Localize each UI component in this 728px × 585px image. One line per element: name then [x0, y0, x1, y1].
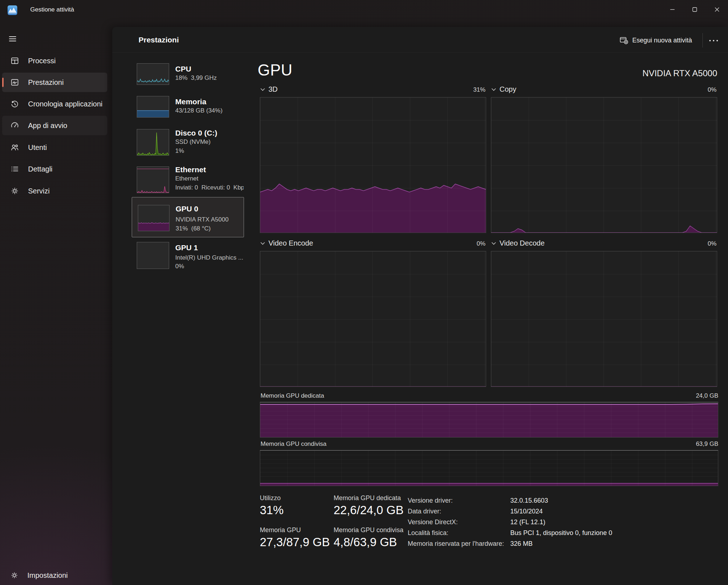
- ellipsis-icon: [709, 40, 711, 41]
- sidebar-item-prestazioni[interactable]: Prestazioni: [2, 73, 107, 92]
- engine-percentage: 0%: [476, 240, 485, 247]
- perf-item-sub: NVIDIA RTX A5000: [176, 216, 229, 223]
- stats-column-memory: Memoria GPU dedicata 22,6/24,0 GB Memori…: [334, 494, 403, 558]
- sidebar-item-processi[interactable]: Processi: [2, 51, 107, 70]
- memory-thumbnail-chart: [137, 96, 169, 118]
- detail-row: Località fisica: Bus PCI 1, dispositivo …: [408, 527, 612, 538]
- stat-value: 27,3/87,9 GB: [260, 535, 330, 549]
- engine-name: Video Encode: [268, 239, 313, 247]
- chevron-down-icon[interactable]: [259, 240, 266, 247]
- detail-row: Versione driver: 32.0.15.6603: [408, 495, 612, 506]
- stat-label: Memoria GPU: [260, 526, 330, 534]
- sidebar-item-utenti[interactable]: Utenti: [2, 138, 107, 157]
- stats-column-driver-details: Versione driver: 32.0.15.6603 Data drive…: [408, 495, 612, 549]
- detail-label: Data driver:: [408, 506, 510, 517]
- perf-item-sub: 1%: [175, 147, 184, 155]
- engine-chart-3d: [260, 97, 486, 233]
- shared-memory-scale: 63,9 GB: [696, 440, 718, 448]
- detail-row: Versione DirectX: 12 (FL 12.1): [408, 517, 612, 527]
- chevron-down-icon[interactable]: [490, 240, 497, 247]
- dedicated-memory-scale: 24,0 GB: [696, 392, 718, 399]
- stat-value: 31%: [260, 503, 330, 517]
- perf-list-item-memoria[interactable]: Memoria 43/128 GB (34%): [134, 94, 246, 125]
- dedicated-memory-chart: [260, 402, 718, 438]
- close-button[interactable]: [706, 0, 728, 19]
- detail-value: 326 MB: [510, 538, 533, 549]
- app-history-icon: [10, 99, 19, 109]
- engine-name: 3D: [268, 85, 278, 93]
- perf-list-item-cpu[interactable]: CPU 18% 3,99 GHz: [134, 61, 246, 93]
- perf-list-item-ethernet[interactable]: Ethernet Ethernet Inviati: 0 Ricevuti: 0…: [134, 164, 246, 199]
- sidebar-item-label: Prestazioni: [28, 78, 64, 87]
- perf-list-item-gpu0-selected[interactable]: GPU 0 NVIDIA RTX A5000 31% (68 °C): [132, 197, 244, 237]
- sidebar-item-servizi[interactable]: Servizi: [2, 181, 107, 201]
- ethernet-thumbnail-chart: [137, 166, 169, 193]
- users-icon: [10, 143, 19, 152]
- perf-item-title: CPU: [175, 65, 191, 73]
- sidebar-item-label: Dettagli: [28, 165, 53, 173]
- shared-memory-label: Memoria GPU condivisa: [261, 440, 326, 448]
- gpu-page-title: GPU: [258, 61, 293, 79]
- processes-icon: [10, 56, 19, 65]
- perf-list-item-disco-0[interactable]: Disco 0 (C:) SSD (NVMe) 1%: [134, 127, 246, 161]
- sidebar-item-label: Utenti: [28, 143, 47, 152]
- gpu1-thumbnail-chart: [137, 242, 169, 269]
- chevron-down-icon[interactable]: [259, 86, 266, 93]
- detail-row: Data driver: 15/10/2024: [408, 506, 612, 517]
- engine-percentage: 0%: [707, 240, 716, 247]
- services-icon: [10, 186, 19, 196]
- chevron-down-icon[interactable]: [490, 86, 497, 93]
- disk-thumbnail-chart: [137, 129, 169, 156]
- content-panel: Prestazioni Esegui nuova attività CPU 18…: [112, 27, 728, 585]
- engine-section-copy: Copy 0%: [491, 84, 717, 233]
- stat-label: Utilizzo: [260, 494, 330, 502]
- sidebar-item-label: App di avvio: [28, 122, 67, 130]
- detail-value: 12 (FL 12.1): [510, 517, 545, 527]
- minimize-button[interactable]: [661, 0, 683, 19]
- run-new-task-button[interactable]: Esegui nuova attività: [615, 33, 696, 48]
- header-separator: [112, 52, 728, 53]
- engine-chart-video-decode: [491, 251, 717, 387]
- cpu-thumbnail-chart: [137, 63, 169, 85]
- sidebar-item-cronologia-applicazioni[interactable]: Cronologia applicazioni: [2, 94, 107, 114]
- stat-label: Memoria GPU dedicata: [334, 494, 403, 502]
- perf-item-title: GPU 0: [176, 205, 198, 213]
- perf-item-sub: 0%: [175, 263, 184, 270]
- window-title: Gestione attività: [30, 6, 74, 13]
- sidebar-item-impostazioni[interactable]: Impostazioni: [2, 566, 107, 584]
- engine-chart-video-encode: [260, 251, 486, 387]
- perf-item-sub: Intel(R) UHD Graphics ...: [175, 254, 243, 261]
- detail-label: Memoria riservata per l'hardware:: [408, 538, 510, 549]
- startup-apps-icon: [10, 121, 19, 130]
- detail-value: 32.0.15.6603: [510, 495, 548, 506]
- more-options-button[interactable]: [706, 35, 722, 47]
- run-new-task-label: Esegui nuova attività: [632, 37, 692, 44]
- sidebar-item-label: Processi: [28, 57, 56, 65]
- stats-column-utilization: Utilizzo 31% Memoria GPU 27,3/87,9 GB: [260, 494, 330, 558]
- gpu-device-name: NVIDIA RTX A5000: [642, 68, 717, 78]
- perf-item-sub: Inviati: 0 Ricevuti: 0 Kbp: [175, 184, 244, 191]
- maximize-button[interactable]: [683, 0, 706, 19]
- gpu0-thumbnail-chart: [138, 205, 169, 231]
- detail-row: Memoria riservata per l'hardware: 326 MB: [408, 538, 612, 549]
- perf-item-sub: SSD (NVMe): [175, 138, 211, 146]
- gear-icon: [10, 571, 19, 580]
- stat-value: 4,8/63,9 GB: [334, 535, 403, 549]
- perf-list-item-gpu1[interactable]: GPU 1 Intel(R) UHD Graphics ... 0%: [134, 240, 246, 276]
- shared-memory-chart: [260, 450, 718, 486]
- detail-label: Versione driver:: [408, 495, 510, 506]
- new-task-icon: [619, 36, 628, 45]
- engine-section-3d: 3D 31%: [260, 84, 486, 233]
- perf-item-title: GPU 1: [175, 243, 198, 252]
- sidebar-item-dettagli[interactable]: Dettagli: [2, 159, 107, 179]
- stat-value: 22,6/24,0 GB: [334, 503, 403, 517]
- detail-label: Località fisica:: [408, 527, 510, 538]
- titlebar: Gestione attività: [0, 0, 728, 20]
- engine-percentage: 31%: [473, 86, 485, 93]
- navigation-menu-button[interactable]: [6, 32, 19, 45]
- engine-chart-copy: [491, 97, 717, 233]
- sidebar-item-app-di-avvio[interactable]: App di avvio: [2, 116, 107, 135]
- sidebar-item-label: Servizi: [28, 187, 50, 195]
- perf-item-title: Ethernet: [175, 165, 206, 174]
- engine-percentage: 0%: [707, 86, 716, 93]
